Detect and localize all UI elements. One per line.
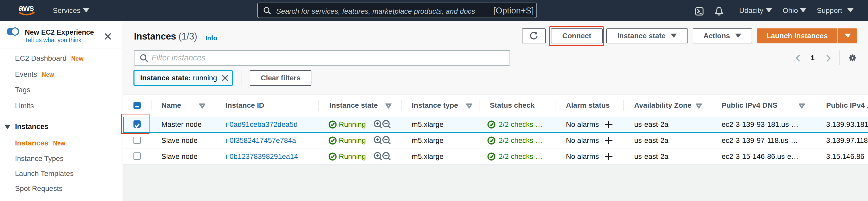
svg-text:aws: aws [19,4,34,13]
